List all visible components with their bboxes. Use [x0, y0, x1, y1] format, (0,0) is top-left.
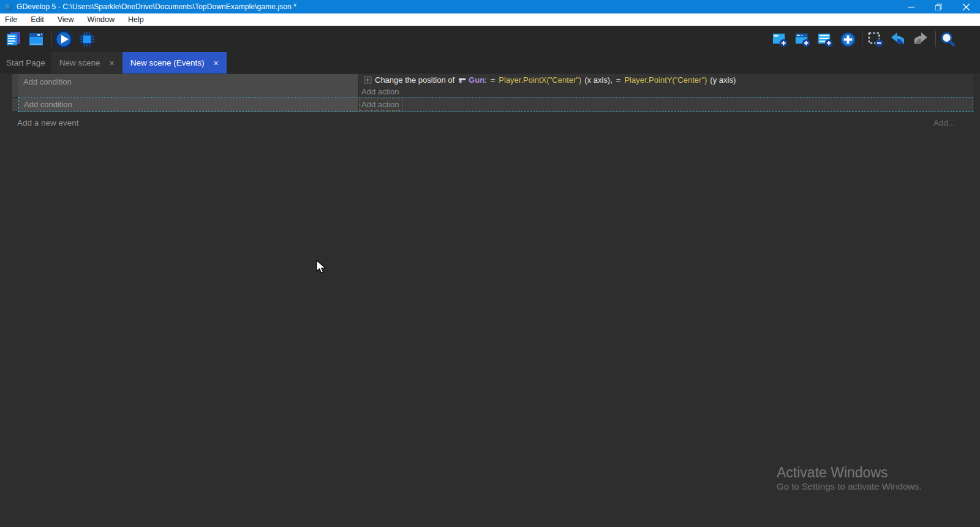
redo-button[interactable] [911, 30, 930, 48]
add-condition-placeholder: Add condition [24, 100, 72, 109]
menu-edit[interactable]: Edit [24, 13, 51, 26]
gdevelop-logo-icon [4, 3, 12, 11]
event2-selected-row[interactable]: Add condition Add action [18, 97, 973, 112]
minimize-button[interactable] [897, 0, 925, 13]
title-bar: GDevelop 5 - C:\Users\Sparkle\OneDrive\D… [0, 0, 980, 13]
tab-new-scene[interactable]: New scene × [51, 52, 123, 74]
activate-windows-watermark: Activate Windows [777, 464, 888, 481]
add-action-placeholder[interactable]: Add action [359, 99, 402, 111]
add-other-event-button[interactable] [839, 30, 857, 48]
undo-icon [889, 31, 907, 48]
menu-window[interactable]: Window [81, 13, 121, 26]
tab-start-page[interactable]: Start Page [0, 52, 51, 74]
action-change-position[interactable]: Change the position of Gun: = Player.Poi… [359, 74, 973, 86]
event2-actions-cell[interactable]: Add action [358, 97, 973, 112]
event1-conditions-cell[interactable]: Add condition [18, 74, 358, 97]
tab-label: Start Page [6, 58, 45, 67]
project-manager-icon [5, 31, 22, 48]
mouse-cursor [316, 260, 330, 275]
search-icon [940, 31, 956, 48]
expression-y: Player.PointY("Center") [624, 75, 707, 85]
action-text: (y axis) [710, 75, 736, 85]
restore-button[interactable] [925, 0, 952, 13]
action-operator: = [616, 75, 621, 85]
add-subevent-button[interactable] [793, 30, 812, 48]
add-comment-button[interactable] [816, 30, 834, 48]
menu-file[interactable]: File [0, 13, 24, 26]
gun-object-thumbnail-icon [458, 76, 466, 84]
redo-icon [912, 31, 929, 48]
undo-button[interactable] [889, 30, 907, 48]
delete-selection-icon [867, 31, 884, 48]
add-condition-placeholder: Add condition [23, 77, 72, 86]
toolbar [0, 26, 980, 52]
action-text: : [484, 75, 487, 85]
event-row-handle[interactable] [12, 98, 18, 111]
tab-bar: Start Page New scene × New scene (Events… [0, 52, 980, 74]
event2-conditions-cell[interactable]: Add condition [19, 97, 358, 112]
action-operator: = [491, 75, 496, 85]
menu-help[interactable]: Help [121, 13, 151, 26]
tab-close-icon[interactable]: × [110, 59, 115, 67]
play-preview-icon [55, 30, 73, 48]
add-new-event-button[interactable]: Add a new event [17, 118, 79, 127]
debugger-icon [78, 31, 96, 48]
add-more-button[interactable]: Add... [933, 118, 955, 127]
close-button[interactable] [952, 0, 980, 13]
action-text: Change the position of [375, 75, 454, 85]
tab-label: New scene [59, 58, 100, 67]
add-other-event-icon [840, 31, 856, 48]
menu-view[interactable]: View [51, 13, 81, 26]
object-name: Gun [469, 75, 484, 85]
expression-x: Player.PointX("Center") [499, 75, 581, 85]
add-event-button[interactable] [771, 30, 789, 48]
event1-actions-cell[interactable]: Change the position of Gun: = Player.Poi… [358, 74, 973, 97]
events-sheet: Add condition Change the position of Gun… [0, 74, 980, 527]
add-action-placeholder[interactable]: Add action [359, 86, 973, 97]
activate-windows-watermark-sub: Go to Settings to activate Windows. [777, 481, 922, 491]
event-row-handle[interactable] [12, 74, 18, 97]
scene-window-button[interactable] [27, 30, 45, 48]
add-action-label: Add action [361, 87, 399, 96]
add-subevent-icon [794, 31, 811, 48]
close-icon [963, 4, 970, 10]
tab-close-icon[interactable]: × [214, 59, 219, 67]
toolbar-separator [51, 31, 51, 47]
position-action-icon [364, 76, 372, 84]
toolbar-separator [935, 31, 936, 47]
delete-selection-button[interactable] [866, 30, 884, 48]
minimize-icon [908, 4, 914, 10]
add-event-icon [772, 31, 788, 48]
debugger-button[interactable] [78, 30, 96, 48]
restore-icon [935, 4, 942, 10]
add-comment-icon [817, 31, 834, 48]
tab-label: New scene (Events) [130, 58, 205, 67]
tab-new-scene-events[interactable]: New scene (Events) × [123, 52, 227, 74]
scene-window-icon [28, 31, 45, 48]
menu-bar: File Edit View Window Help [0, 13, 980, 26]
play-preview-button[interactable] [55, 30, 73, 48]
toolbar-separator [862, 31, 862, 47]
search-events-button[interactable] [938, 30, 957, 48]
window-title: GDevelop 5 - C:\Users\Sparkle\OneDrive\D… [17, 2, 296, 11]
action-text: (x axis), [584, 75, 612, 85]
project-manager-button[interactable] [4, 30, 23, 48]
